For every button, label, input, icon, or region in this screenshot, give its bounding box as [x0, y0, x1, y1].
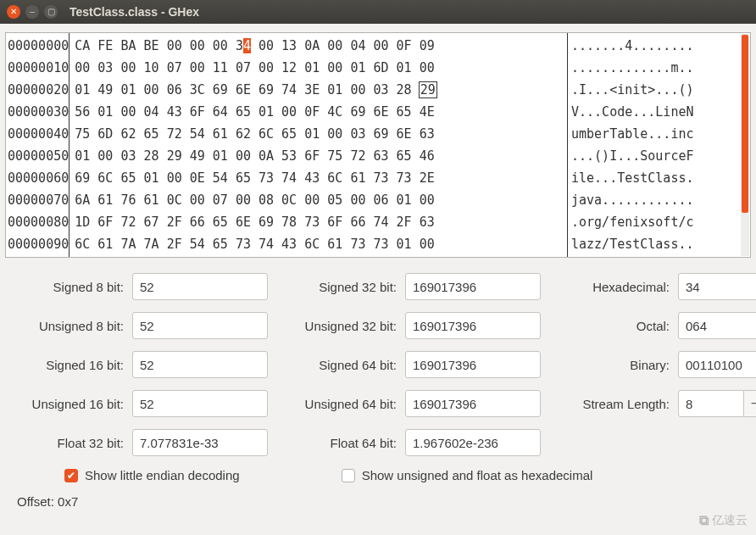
input-stream-length[interactable] [678, 390, 744, 417]
titlebar: ✕ – ▢ TestClass.class - GHex [0, 0, 756, 24]
maximize-icon[interactable]: ▢ [44, 5, 58, 19]
input-octal[interactable] [678, 312, 756, 339]
hex-row[interactable]: 6A 61 76 61 0C 00 07 00 08 0C 00 05 00 0… [75, 189, 564, 211]
ascii-row[interactable]: ...()I...SourceF [571, 145, 748, 167]
check-icon: ✔ [64, 469, 78, 482]
input-float-64[interactable] [405, 429, 541, 456]
watermark-text: 亿速云 [712, 513, 748, 528]
ascii-row[interactable]: umberTable...inc [571, 123, 748, 145]
hex-row[interactable]: 01 00 03 28 29 49 01 00 0A 53 6F 75 72 6… [75, 145, 564, 167]
hex-row[interactable]: CA FE BA BE 00 00 00 34 00 13 0A 00 04 0… [75, 35, 564, 57]
ascii-column[interactable]: .......4.....................m...I...<in… [568, 33, 750, 257]
label-stream-length: Stream Length: [546, 397, 673, 411]
label-signed-64: Signed 64 bit: [273, 358, 400, 372]
label-float-64: Float 64 bit: [273, 436, 400, 450]
input-hexadecimal[interactable] [678, 273, 756, 300]
label-signed-16: Signed 16 bit: [8, 358, 127, 372]
scroll-thumb[interactable] [742, 35, 748, 213]
offset-cell: 00000070 [8, 189, 69, 211]
offset-cell: 00000010 [8, 57, 69, 79]
stream-length-spinner[interactable]: − + [678, 390, 756, 417]
input-unsigned-64[interactable] [405, 390, 541, 417]
label-octal: Octal: [546, 319, 673, 333]
hex-row[interactable]: 56 01 00 04 43 6F 64 65 01 00 0F 4C 69 6… [75, 101, 564, 123]
input-binary[interactable] [678, 351, 756, 378]
label-float-32: Float 32 bit: [8, 436, 127, 450]
check-icon [342, 469, 355, 482]
input-unsigned-8[interactable] [132, 312, 268, 339]
input-signed-32[interactable] [405, 273, 541, 300]
scrollbar[interactable] [741, 34, 749, 256]
hex-row[interactable]: 00 03 00 10 07 00 11 07 00 12 01 00 01 6… [75, 57, 564, 79]
ascii-row[interactable]: .I...<init>...() [571, 79, 748, 101]
label-signed-32: Signed 32 bit: [273, 280, 400, 294]
label-signed-8: Signed 8 bit: [8, 280, 127, 294]
hex-row[interactable]: 75 6D 62 65 72 54 61 62 6C 65 01 00 03 6… [75, 123, 564, 145]
hex-row[interactable]: 1D 6F 72 67 2F 66 65 6E 69 78 73 6F 66 7… [75, 211, 564, 233]
offset-cell: 00000080 [8, 211, 69, 233]
checkbox-unsigned-hex[interactable]: Show unsigned and float as hexadecimal [342, 468, 593, 482]
watermark: ⧉ 亿速云 [699, 513, 748, 528]
input-signed-8[interactable] [132, 273, 268, 300]
label-unsigned-8: Unsigned 8 bit: [8, 319, 127, 333]
checkbox-little-endian-label: Show little endian decoding [85, 468, 240, 482]
offset-cell: 00000090 [8, 233, 69, 255]
ascii-row[interactable]: .............m.. [571, 57, 748, 79]
inspector-grid: Signed 8 bit: Signed 32 bit: Hexadecimal… [5, 273, 751, 456]
ascii-row[interactable]: V...Code...LineN [571, 101, 748, 123]
close-icon[interactable]: ✕ [7, 5, 20, 19]
hex-row[interactable]: 6C 61 7A 7A 2F 54 65 73 74 43 6C 61 73 7… [75, 233, 564, 255]
offset-cell: 00000000 [8, 35, 69, 57]
watermark-icon: ⧉ [699, 513, 709, 528]
hex-row[interactable]: 69 6C 65 01 00 0E 54 65 73 74 43 6C 61 7… [75, 167, 564, 189]
window-title: TestClass.class - GHex [69, 5, 199, 19]
label-hexadecimal: Hexadecimal: [546, 280, 673, 294]
checkbox-row: ✔ Show little endian decoding Show unsig… [5, 468, 751, 482]
input-float-32[interactable] [132, 429, 268, 456]
offset-cell: 00000040 [8, 123, 69, 145]
offset-cell: 00000020 [8, 79, 69, 101]
hex-row[interactable]: 01 49 01 00 06 3C 69 6E 69 74 3E 01 00 0… [75, 79, 564, 101]
ascii-row[interactable]: .......4........ [571, 35, 748, 57]
offset-cell: 00000060 [8, 167, 69, 189]
input-unsigned-32[interactable] [405, 312, 541, 339]
ascii-row[interactable]: lazz/TestClass.. [571, 233, 748, 255]
label-unsigned-16: Unsigned 16 bit: [8, 397, 127, 411]
hex-bytes-column[interactable]: CA FE BA BE 00 00 00 34 00 13 0A 00 04 0… [69, 33, 568, 257]
offset-cell: 00000030 [8, 101, 69, 123]
input-unsigned-16[interactable] [132, 390, 268, 417]
checkbox-little-endian[interactable]: ✔ Show little endian decoding [64, 468, 240, 482]
checkbox-unsigned-hex-label: Show unsigned and float as hexadecimal [362, 468, 593, 482]
label-unsigned-32: Unsigned 32 bit: [273, 319, 400, 333]
minimize-icon[interactable]: – [25, 5, 39, 19]
ascii-row[interactable]: java............ [571, 189, 748, 211]
offset-cell: 00000050 [8, 145, 69, 167]
offset-column: 0000000000000010000000200000003000000040… [6, 33, 69, 257]
label-binary: Binary: [546, 358, 673, 372]
ascii-row[interactable]: .org/fenixsoft/c [571, 211, 748, 233]
label-unsigned-64: Unsigned 64 bit: [273, 397, 400, 411]
input-signed-16[interactable] [132, 351, 268, 378]
offset-status: Offset: 0x7 [5, 494, 751, 509]
content-area: 0000000000000010000000200000003000000040… [0, 24, 756, 514]
ascii-row[interactable]: ile...TestClass. [571, 167, 748, 189]
hex-viewer[interactable]: 0000000000000010000000200000003000000040… [5, 32, 751, 258]
input-signed-64[interactable] [405, 351, 541, 378]
stream-length-minus[interactable]: − [744, 390, 756, 417]
